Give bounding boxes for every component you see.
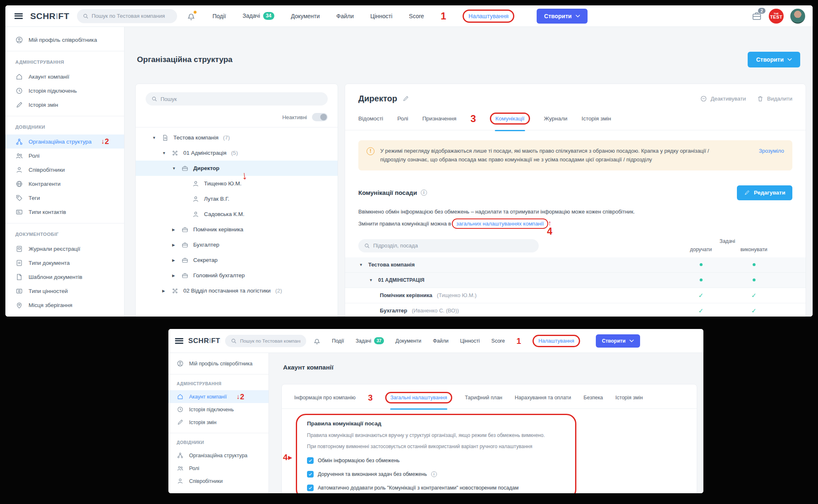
inbox-icon[interactable]: 2 (751, 11, 762, 22)
collapse-icon[interactable] (172, 166, 177, 170)
tree-search[interactable] (146, 92, 328, 106)
menu-values[interactable]: Цінності (370, 13, 392, 19)
tab-assignments[interactable]: Призначення (422, 115, 456, 122)
sidebar-item-storage-places[interactable]: Місця зберігання (5, 298, 124, 312)
edit-button[interactable]: Редагувати (737, 185, 792, 200)
menu-settings[interactable]: Налаштування (468, 13, 509, 19)
tree-row-position[interactable]: Головний бухгалтер (136, 268, 338, 283)
sidebar-item-org-structure[interactable]: Організаційна структура ↓2 (5, 134, 124, 149)
notifications-icon[interactable] (313, 337, 321, 345)
notifications-icon[interactable] (186, 11, 196, 21)
tab-company-info[interactable]: Інформація про компанію (294, 395, 355, 401)
menu-values[interactable]: Цінності (460, 338, 480, 344)
delete-button[interactable]: Видалити (757, 95, 792, 102)
checkbox-checked-icon[interactable] (307, 471, 314, 478)
tab-roles[interactable]: Ролі (397, 115, 408, 122)
tree-row-position-director[interactable]: Директор (136, 161, 338, 176)
menu-tasks[interactable]: Задачі34 (242, 12, 274, 19)
collapse-icon[interactable] (152, 136, 157, 140)
tab-change-history[interactable]: Історія змін (615, 395, 643, 401)
sidebar-item-employees[interactable]: Співробітники (5, 163, 124, 177)
hamburger-menu-icon[interactable] (175, 338, 183, 344)
expand-icon[interactable] (172, 258, 177, 262)
create-button-page[interactable]: Створити (748, 52, 800, 67)
sidebar-item-contact-types[interactable]: Типи контактів (5, 205, 124, 219)
hamburger-menu-icon[interactable] (14, 13, 23, 19)
tree-row-position[interactable]: Секретар (136, 252, 338, 268)
tree-row-unit[interactable]: 01 Адміністрація(5) (136, 145, 338, 161)
create-button-navbar[interactable]: Створити (596, 334, 640, 348)
sidebar-item-connection-history[interactable]: Історія підключень (168, 403, 269, 416)
sidebar-item-org-structure[interactable]: Організаційна структура (168, 449, 269, 462)
sidebar-item-connection-history[interactable]: Історія підключень (5, 84, 124, 98)
sidebar-item-change-history[interactable]: Історія змін (168, 416, 269, 429)
position-filter-input[interactable] (373, 242, 533, 249)
sidebar-item-document-types[interactable]: Типи документа (5, 256, 124, 270)
tree-row-position[interactable]: Помічник керівника (136, 222, 338, 237)
sidebar-item-company-account[interactable]: Акаунт компанії (5, 70, 124, 84)
sidebar-item-counterparties[interactable]: Контрагенти (5, 177, 124, 191)
inactive-toggle[interactable] (312, 113, 328, 121)
banner-dismiss-link[interactable]: Зрозуміло (759, 146, 784, 164)
tab-change-history[interactable]: Історія змін (581, 115, 611, 122)
tab-details[interactable]: Відомості (358, 115, 383, 122)
sidebar-item-profile[interactable]: Мій профіль співробітника (168, 357, 269, 370)
tab-journals[interactable]: Журнали (544, 115, 568, 122)
sidebar-item-employees[interactable]: Співробітники (168, 475, 269, 487)
menu-files[interactable]: Файли (336, 13, 354, 19)
sidebar-item-change-history[interactable]: Історія змін (5, 98, 124, 112)
menu-files[interactable]: Файли (433, 338, 449, 344)
menu-events[interactable]: Події (332, 338, 344, 344)
edit-title-icon[interactable] (402, 95, 409, 102)
menu-tasks[interactable]: Задачі37 (355, 337, 384, 344)
company-settings-link[interactable]: загальних налаштуваннях компанії (456, 221, 544, 227)
collapse-icon[interactable] (359, 263, 364, 267)
company-badge[interactable]: THETEST (769, 9, 784, 24)
global-search-input[interactable] (240, 338, 300, 343)
table-row-company[interactable]: Тестова компанія (345, 257, 806, 273)
sidebar-item-document-templates[interactable]: Шаблони документів (5, 270, 124, 284)
position-filter-search[interactable] (358, 239, 539, 252)
menu-score[interactable]: Score (492, 338, 505, 344)
tree-row-unit[interactable]: 02 Відділ постачання та логістики(2) (136, 283, 338, 298)
table-row-unit[interactable]: 01 АДМІНІСТРАЦІЯ (345, 273, 806, 288)
sidebar-item-email-types[interactable]: Типи email (5, 312, 124, 317)
menu-settings[interactable]: Налаштування (538, 338, 574, 344)
sidebar-item-registration-journals[interactable]: Журнали реєстрації (5, 242, 124, 256)
tree-row-company[interactable]: Тестова компанія(7) (136, 130, 338, 145)
menu-score[interactable]: Score (409, 13, 424, 19)
tab-security[interactable]: Безпека (583, 395, 603, 401)
tab-communications[interactable]: Комунікації (490, 113, 530, 125)
tab-charges-payments[interactable]: Нарахування та оплати (515, 395, 571, 401)
collapse-icon[interactable] (162, 151, 167, 155)
menu-events[interactable]: Події (213, 13, 226, 19)
sidebar-item-value-types[interactable]: Типи цінностей (5, 284, 124, 298)
global-search[interactable] (77, 9, 177, 23)
menu-documents[interactable]: Документи (396, 338, 421, 344)
sidebar-item-roles[interactable]: Ролі (5, 149, 124, 163)
checkbox-checked-icon[interactable] (307, 457, 314, 464)
avatar[interactable] (790, 9, 805, 24)
expand-icon[interactable] (172, 274, 177, 278)
tree-search-input[interactable] (161, 96, 322, 102)
table-row-position[interactable]: Помічник керівника(Тищенко Ю.М.) (345, 288, 806, 303)
sidebar-item-company-account[interactable]: Акаунт компанії ↓2 (168, 390, 269, 403)
menu-documents[interactable]: Документи (291, 13, 320, 19)
tree-row-employee[interactable]: Тищенко Ю.М. (136, 176, 338, 191)
global-search-input[interactable] (92, 13, 171, 19)
sidebar-item-profile[interactable]: Мій профіль співробітника (5, 33, 124, 47)
create-button-navbar[interactable]: Створити (537, 9, 588, 24)
checkbox-checked-icon[interactable] (307, 485, 314, 491)
table-row-position[interactable]: Бухгалтер(Иваненко С. (ВО)) (345, 303, 806, 317)
global-search[interactable] (225, 335, 306, 347)
deactivate-button[interactable]: Деактивувати (700, 95, 746, 102)
expand-icon[interactable] (172, 243, 177, 247)
sidebar-item-tags[interactable]: Теги (5, 191, 124, 205)
tab-general-settings[interactable]: Загальні налаштування (385, 392, 453, 403)
collapse-icon[interactable] (369, 278, 374, 282)
tree-row-employee[interactable]: Садовська К.М. (136, 206, 338, 222)
expand-icon[interactable] (172, 228, 177, 232)
tree-row-position[interactable]: Бухгалтер (136, 237, 338, 252)
tab-tariff-plan[interactable]: Тарифний план (465, 395, 502, 401)
expand-icon[interactable] (162, 289, 167, 293)
